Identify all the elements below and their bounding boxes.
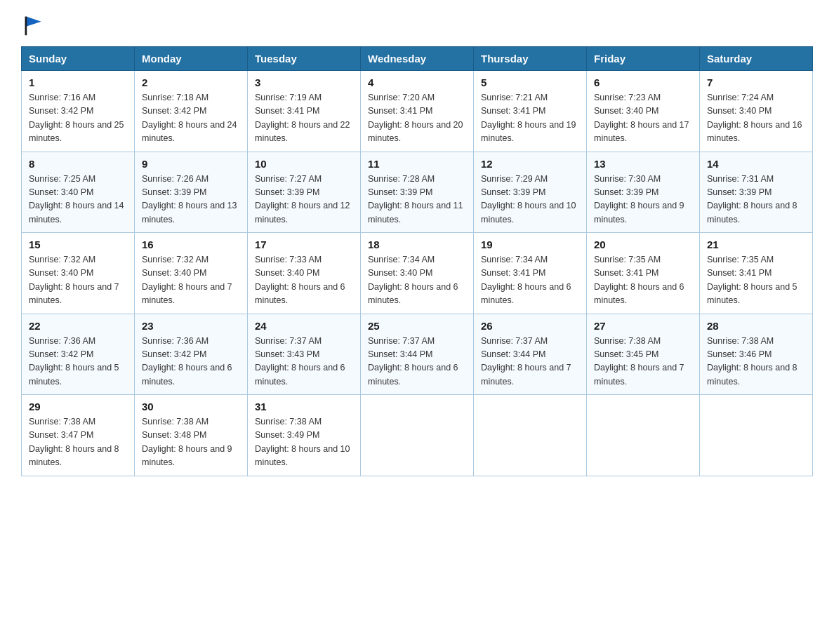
day-of-week-header: Thursday (474, 47, 587, 71)
day-number: 30 (142, 401, 240, 412)
day-number: 15 (29, 239, 127, 250)
calendar-day-cell (474, 395, 587, 476)
day-number: 10 (255, 158, 353, 170)
calendar-week-row: 15Sunrise: 7:32 AMSunset: 3:40 PMDayligh… (22, 233, 813, 314)
logo (21, 17, 45, 34)
day-number: 8 (29, 158, 127, 170)
day-number: 5 (481, 76, 579, 88)
day-info: Sunrise: 7:16 AMSunset: 3:42 PMDaylight:… (29, 91, 127, 146)
day-info: Sunrise: 7:33 AMSunset: 3:40 PMDaylight:… (255, 253, 353, 308)
calendar-day-cell: 10Sunrise: 7:27 AMSunset: 3:39 PMDayligh… (248, 152, 361, 233)
calendar-day-cell: 21Sunrise: 7:35 AMSunset: 3:41 PMDayligh… (700, 233, 813, 314)
calendar-day-cell: 27Sunrise: 7:38 AMSunset: 3:45 PMDayligh… (587, 314, 700, 395)
calendar-day-cell: 22Sunrise: 7:36 AMSunset: 3:42 PMDayligh… (22, 314, 135, 395)
calendar-day-cell (361, 395, 474, 476)
logo-flag-icon (22, 14, 45, 36)
day-info: Sunrise: 7:32 AMSunset: 3:40 PMDaylight:… (142, 253, 240, 308)
calendar-day-cell: 11Sunrise: 7:28 AMSunset: 3:39 PMDayligh… (361, 152, 474, 233)
day-number: 6 (594, 76, 692, 88)
calendar-day-cell: 9Sunrise: 7:26 AMSunset: 3:39 PMDaylight… (135, 152, 248, 233)
day-of-week-header: Monday (135, 47, 248, 71)
day-info: Sunrise: 7:32 AMSunset: 3:40 PMDaylight:… (29, 253, 127, 308)
calendar-day-cell: 3Sunrise: 7:19 AMSunset: 3:41 PMDaylight… (248, 71, 361, 152)
day-info: Sunrise: 7:28 AMSunset: 3:39 PMDaylight:… (368, 173, 466, 227)
calendar-day-cell: 13Sunrise: 7:30 AMSunset: 3:39 PMDayligh… (587, 152, 700, 233)
calendar-day-cell: 28Sunrise: 7:38 AMSunset: 3:46 PMDayligh… (700, 314, 813, 395)
day-info: Sunrise: 7:34 AMSunset: 3:41 PMDaylight:… (481, 253, 579, 308)
day-number: 11 (368, 158, 466, 170)
calendar-day-cell: 12Sunrise: 7:29 AMSunset: 3:39 PMDayligh… (474, 152, 587, 233)
day-info: Sunrise: 7:27 AMSunset: 3:39 PMDaylight:… (255, 173, 353, 227)
calendar-day-cell: 19Sunrise: 7:34 AMSunset: 3:41 PMDayligh… (474, 233, 587, 314)
svg-marker-0 (26, 17, 41, 27)
day-info: Sunrise: 7:38 AMSunset: 3:48 PMDaylight:… (142, 415, 240, 470)
calendar-day-cell: 8Sunrise: 7:25 AMSunset: 3:40 PMDaylight… (22, 152, 135, 233)
day-number: 3 (255, 76, 353, 88)
day-number: 26 (481, 320, 579, 332)
calendar-day-cell: 18Sunrise: 7:34 AMSunset: 3:40 PMDayligh… (361, 233, 474, 314)
day-info: Sunrise: 7:36 AMSunset: 3:42 PMDaylight:… (142, 335, 240, 389)
day-of-week-header: Wednesday (361, 47, 474, 71)
day-info: Sunrise: 7:21 AMSunset: 3:41 PMDaylight:… (481, 91, 579, 146)
calendar-day-cell: 6Sunrise: 7:23 AMSunset: 3:40 PMDaylight… (587, 71, 700, 152)
day-number: 18 (368, 239, 466, 250)
calendar-day-cell: 30Sunrise: 7:38 AMSunset: 3:48 PMDayligh… (135, 395, 248, 476)
calendar-day-cell: 1Sunrise: 7:16 AMSunset: 3:42 PMDaylight… (22, 71, 135, 152)
calendar-day-cell: 4Sunrise: 7:20 AMSunset: 3:41 PMDaylight… (361, 71, 474, 152)
calendar-week-row: 22Sunrise: 7:36 AMSunset: 3:42 PMDayligh… (22, 314, 813, 395)
day-number: 7 (707, 76, 805, 88)
calendar-week-row: 1Sunrise: 7:16 AMSunset: 3:42 PMDaylight… (22, 71, 813, 152)
day-number: 29 (29, 401, 127, 412)
day-number: 24 (255, 320, 353, 332)
day-of-week-header: Friday (587, 47, 700, 71)
day-info: Sunrise: 7:31 AMSunset: 3:39 PMDaylight:… (707, 173, 805, 227)
day-of-week-header: Sunday (22, 47, 135, 71)
page-header (21, 17, 813, 34)
day-number: 23 (142, 320, 240, 332)
day-number: 12 (481, 158, 579, 170)
day-info: Sunrise: 7:36 AMSunset: 3:42 PMDaylight:… (29, 335, 127, 389)
calendar-day-cell: 29Sunrise: 7:38 AMSunset: 3:47 PMDayligh… (22, 395, 135, 476)
calendar-day-cell: 2Sunrise: 7:18 AMSunset: 3:42 PMDaylight… (135, 71, 248, 152)
calendar-day-cell: 16Sunrise: 7:32 AMSunset: 3:40 PMDayligh… (135, 233, 248, 314)
calendar-day-cell: 7Sunrise: 7:24 AMSunset: 3:40 PMDaylight… (700, 71, 813, 152)
calendar-header-row: SundayMondayTuesdayWednesdayThursdayFrid… (22, 47, 813, 71)
day-number: 16 (142, 239, 240, 250)
calendar-day-cell: 24Sunrise: 7:37 AMSunset: 3:43 PMDayligh… (248, 314, 361, 395)
day-number: 1 (29, 76, 127, 88)
calendar-day-cell: 25Sunrise: 7:37 AMSunset: 3:44 PMDayligh… (361, 314, 474, 395)
calendar-table: SundayMondayTuesdayWednesdayThursdayFrid… (21, 46, 813, 476)
day-info: Sunrise: 7:38 AMSunset: 3:47 PMDaylight:… (29, 415, 127, 470)
day-number: 4 (368, 76, 466, 88)
day-info: Sunrise: 7:35 AMSunset: 3:41 PMDaylight:… (594, 253, 692, 308)
day-info: Sunrise: 7:38 AMSunset: 3:49 PMDaylight:… (255, 415, 353, 470)
calendar-day-cell (587, 395, 700, 476)
day-number: 31 (255, 401, 353, 412)
day-info: Sunrise: 7:26 AMSunset: 3:39 PMDaylight:… (142, 173, 240, 227)
day-of-week-header: Tuesday (248, 47, 361, 71)
calendar-day-cell: 14Sunrise: 7:31 AMSunset: 3:39 PMDayligh… (700, 152, 813, 233)
day-info: Sunrise: 7:37 AMSunset: 3:44 PMDaylight:… (481, 335, 579, 389)
day-number: 14 (707, 158, 805, 170)
day-number: 28 (707, 320, 805, 332)
day-number: 27 (594, 320, 692, 332)
day-info: Sunrise: 7:37 AMSunset: 3:43 PMDaylight:… (255, 335, 353, 389)
day-info: Sunrise: 7:19 AMSunset: 3:41 PMDaylight:… (255, 91, 353, 146)
calendar-day-cell: 26Sunrise: 7:37 AMSunset: 3:44 PMDayligh… (474, 314, 587, 395)
day-number: 22 (29, 320, 127, 332)
day-number: 17 (255, 239, 353, 250)
day-info: Sunrise: 7:30 AMSunset: 3:39 PMDaylight:… (594, 173, 692, 227)
calendar-day-cell: 15Sunrise: 7:32 AMSunset: 3:40 PMDayligh… (22, 233, 135, 314)
calendar-day-cell: 5Sunrise: 7:21 AMSunset: 3:41 PMDaylight… (474, 71, 587, 152)
day-info: Sunrise: 7:37 AMSunset: 3:44 PMDaylight:… (368, 335, 466, 389)
day-info: Sunrise: 7:24 AMSunset: 3:40 PMDaylight:… (707, 91, 805, 146)
day-info: Sunrise: 7:38 AMSunset: 3:46 PMDaylight:… (707, 335, 805, 389)
day-info: Sunrise: 7:25 AMSunset: 3:40 PMDaylight:… (29, 173, 127, 227)
calendar-week-row: 8Sunrise: 7:25 AMSunset: 3:40 PMDaylight… (22, 152, 813, 233)
day-info: Sunrise: 7:38 AMSunset: 3:45 PMDaylight:… (594, 335, 692, 389)
calendar-day-cell (700, 395, 813, 476)
day-info: Sunrise: 7:29 AMSunset: 3:39 PMDaylight:… (481, 173, 579, 227)
calendar-week-row: 29Sunrise: 7:38 AMSunset: 3:47 PMDayligh… (22, 395, 813, 476)
day-number: 13 (594, 158, 692, 170)
day-info: Sunrise: 7:18 AMSunset: 3:42 PMDaylight:… (142, 91, 240, 146)
